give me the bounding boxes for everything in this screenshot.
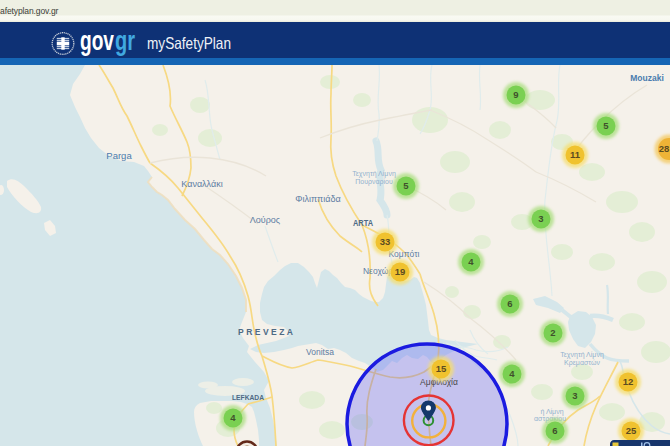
svg-text:4: 4 [230,412,236,423]
svg-text:28: 28 [659,143,670,154]
svg-text:11: 11 [570,149,581,160]
svg-text:3: 3 [538,213,543,224]
svg-text:Φιλιππιάδα: Φιλιππιάδα [295,194,341,204]
svg-text:25: 25 [626,425,637,436]
svg-text:Parga: Parga [106,150,132,161]
svg-text:ARTA: ARTA [353,218,373,228]
svg-text:gov: gov [80,25,114,56]
svg-text:4: 4 [468,256,474,267]
svg-text:Τεχνητή Λίμνη: Τεχνητή Λίμνη [352,170,396,178]
svg-text:Τεχνητή Λίμνη: Τεχνητή Λίμνη [560,351,604,359]
svg-text:5: 5 [603,120,609,131]
svg-text:Λούρος: Λούρος [250,215,281,225]
svg-text:4: 4 [509,368,515,379]
svg-text:5: 5 [403,180,409,191]
svg-text:Vonitsa: Vonitsa [306,347,334,357]
svg-text:mySafetyPlan: mySafetyPlan [147,34,231,52]
svg-text:19: 19 [395,266,406,277]
svg-text:33: 33 [380,236,391,247]
svg-text:12: 12 [623,376,634,387]
svg-text:3: 3 [572,390,577,401]
svg-text:gr: gr [115,25,135,56]
svg-text:Κρεμαστών: Κρεμαστών [564,359,600,367]
svg-text:6: 6 [552,425,557,436]
svg-text:Mouzaki: Mouzaki [630,73,664,83]
svg-text:Καναλλάκι: Καναλλάκι [181,179,222,189]
svg-text:2: 2 [550,327,555,338]
svg-text:15: 15 [436,363,447,374]
svg-text:Πουρναρίου: Πουρναρίου [355,178,393,186]
svg-text:6: 6 [507,298,512,309]
svg-text:LEFKADA: LEFKADA [232,393,264,402]
svg-text:9: 9 [513,89,518,100]
